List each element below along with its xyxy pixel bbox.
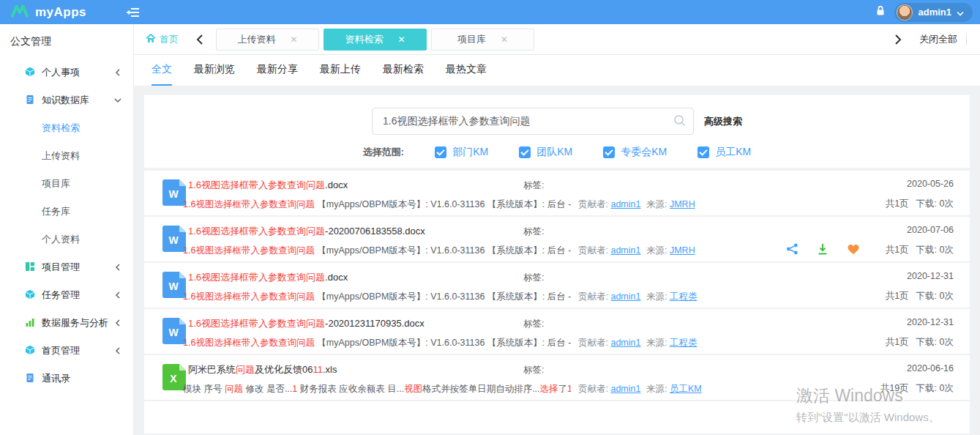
scope-label: 选择范围:	[363, 146, 404, 159]
result-tags-label: 标签:	[523, 179, 544, 192]
page-tab-label: 项目库	[457, 33, 486, 46]
app-window: myApps admin1 公文管理 个人事项知识数据库资料检索上传资料项目库任…	[0, 0, 980, 435]
lock-icon[interactable]	[875, 5, 886, 19]
tab-scroll-left-icon[interactable]	[187, 34, 212, 45]
result-source: 来源: 员工KM	[646, 383, 702, 395]
chevron-left-icon	[114, 318, 121, 329]
sidebar-item-首页管理[interactable]: 首页管理	[0, 337, 133, 365]
search-icon[interactable]	[673, 114, 686, 130]
home-tab-label: 首页	[160, 33, 179, 46]
scope-checkbox-专委会KM[interactable]: 专委会KM	[603, 146, 667, 159]
sidebar-subitem-上传资料[interactable]: 上传资料	[0, 142, 133, 170]
result-date: 2020-12-31	[886, 317, 954, 327]
sidebar-subitem-项目库[interactable]: 项目库	[0, 170, 133, 198]
sidebar: 公文管理 个人事项知识数据库资料检索上传资料项目库任务库个人资料项目管理任务管理…	[0, 24, 134, 435]
chevron-left-icon	[114, 262, 121, 273]
source-link[interactable]: JMRH	[670, 245, 695, 256]
contributor-link[interactable]: admin1	[610, 384, 640, 394]
sidebar-subitem-个人资料[interactable]: 个人资料	[0, 226, 133, 253]
user-menu[interactable]: admin1	[894, 3, 973, 22]
tab-scroll-right-icon[interactable]	[886, 34, 910, 45]
content-body: 高级搜索 选择范围: 部门KM团队KM专委会KM员工KM W1.6视图选择框带入…	[134, 86, 980, 435]
search-input[interactable]	[372, 108, 694, 135]
close-tab-icon[interactable]: ✕	[290, 35, 297, 44]
sidebar-subitem-任务库[interactable]: 任务库	[0, 198, 133, 226]
chevron-left-icon	[114, 290, 121, 301]
cube-icon	[25, 67, 35, 79]
contributor-link[interactable]: admin1	[610, 291, 640, 302]
result-date: 2020-05-26	[886, 179, 954, 189]
result-source: 来源: 工程类	[646, 337, 697, 349]
result-title[interactable]: 阿米巴系统问题及优化反馈0611.xls	[188, 363, 337, 376]
source-link[interactable]: 员工KM	[670, 384, 702, 394]
content-tab-最新浏览[interactable]: 最新浏览	[194, 63, 235, 86]
source-link[interactable]: 工程类	[670, 338, 697, 348]
scope-checkbox-员工KM[interactable]: 员工KM	[697, 146, 751, 159]
result-title[interactable]: 1.6视图选择框带入参数查询问题.docx	[188, 179, 348, 192]
result-row: W1.6视图选择框带入参数查询问题.docx1.6视图选择框带入参数查询问题 【…	[144, 263, 970, 308]
scope-checkbox-团队KM[interactable]: 团队KM	[519, 146, 572, 159]
sidebar-item-任务管理[interactable]: 任务管理	[0, 281, 133, 309]
content-tab-最新分享[interactable]: 最新分享	[257, 63, 298, 86]
page-tab-上传资料[interactable]: 上传资料✕	[216, 29, 319, 51]
menu-collapse-icon[interactable]	[126, 7, 140, 18]
result-source: 来源: 工程类	[646, 291, 697, 303]
result-title[interactable]: 1.6视图选择框带入参数查询问题.docx	[188, 271, 348, 284]
result-row: X阿米巴系统问题及优化反馈0611.xls模块 序号 问题 修改 是否...1 …	[144, 355, 970, 400]
contributor-link[interactable]: admin1	[610, 199, 640, 209]
result-row: W1.6视图选择框带入参数查询问题.docx1.6视图选择框带入参数查询问题 【…	[144, 171, 970, 215]
contributor-link[interactable]: admin1	[610, 338, 640, 348]
result-tags-label: 标签:	[523, 226, 544, 238]
sidebar-item-label: 任务管理	[42, 289, 114, 302]
source-link[interactable]: 工程类	[670, 291, 697, 302]
result-contributor: 贡献者: admin1	[578, 383, 640, 395]
chevron-left-icon	[114, 346, 121, 357]
result-title[interactable]: 1.6视图选择框带入参数查询问题-20201231170935.docx	[188, 317, 424, 330]
sidebar-item-个人事项[interactable]: 个人事项	[0, 59, 133, 86]
app-logo[interactable]: myApps	[0, 4, 123, 21]
result-source: 来源: JMRH	[646, 245, 695, 257]
scope-checkbox-部门KM[interactable]: 部门KM	[435, 146, 488, 159]
advanced-search-link[interactable]: 高级搜索	[704, 115, 742, 128]
sidebar-item-label: 数据服务与分析	[42, 316, 114, 330]
result-stats: 共1页下载: 0次	[886, 244, 954, 256]
download-icon[interactable]	[818, 243, 828, 255]
sidebar-item-通讯录[interactable]: 通讯录	[0, 365, 133, 393]
content-tab-最热文章[interactable]: 最热文章	[446, 63, 487, 86]
close-tab-icon[interactable]: ✕	[397, 35, 405, 44]
result-date: 2020-07-06	[886, 225, 954, 235]
page-tab-资料检索[interactable]: 资料检索✕	[323, 29, 427, 51]
source-link[interactable]: JMRH	[670, 199, 695, 209]
result-row: W1.6视图选择框带入参数查询问题-20200706183558.docx1.6…	[144, 217, 970, 261]
doc-icon	[25, 94, 35, 107]
result-title[interactable]: 1.6视图选择框带入参数查询问题-20200706183558.docx	[188, 225, 425, 238]
sidebar-item-项目管理[interactable]: 项目管理	[0, 253, 133, 281]
content-tabs: 全文最新浏览最新分享最新上传最新检索最热文章	[134, 55, 980, 86]
close-all-button[interactable]: 关闭全部	[910, 33, 966, 46]
sidebar-subitem-资料检索[interactable]: 资料检索	[0, 114, 133, 142]
home-tab[interactable]: 首页	[137, 33, 187, 46]
sidebar-item-知识数据库[interactable]: 知识数据库	[0, 86, 133, 114]
content-tab-最新检索[interactable]: 最新检索	[383, 63, 424, 86]
checkbox-checked-icon	[435, 146, 446, 158]
result-meta-right: 2020-12-31共1页下载: 0次	[886, 317, 954, 349]
sidebar-item-label: 个人事项	[42, 66, 114, 79]
home-icon	[146, 34, 156, 45]
page-tab-项目库[interactable]: 项目库✕	[431, 29, 534, 51]
favorite-icon[interactable]	[847, 243, 860, 255]
contributor-link[interactable]: admin1	[610, 245, 640, 256]
scope-option-label: 部门KM	[452, 146, 488, 159]
result-snippet: 1.6视图选择框带入参数查询问题 【myApps/OBPM版本号】: V1.6.…	[183, 291, 571, 303]
sidebar-item-数据服务与分析[interactable]: 数据服务与分析	[0, 309, 133, 337]
result-source: 来源: JMRH	[646, 198, 695, 211]
close-tab-icon[interactable]: ✕	[501, 35, 508, 44]
result-meta-right: 2020-05-26共1页下载: 0次	[886, 179, 954, 210]
content-tab-最新上传[interactable]: 最新上传	[320, 63, 361, 86]
chart-icon	[25, 317, 35, 330]
result-meta-right: 2020-12-31共1页下载: 0次	[886, 271, 954, 302]
grid-icon	[25, 261, 35, 274]
sidebar-item-label: 首页管理	[42, 344, 114, 357]
content-tab-全文[interactable]: 全文	[152, 63, 172, 86]
share-icon[interactable]	[786, 243, 798, 255]
scope-option-label: 员工KM	[715, 146, 751, 159]
